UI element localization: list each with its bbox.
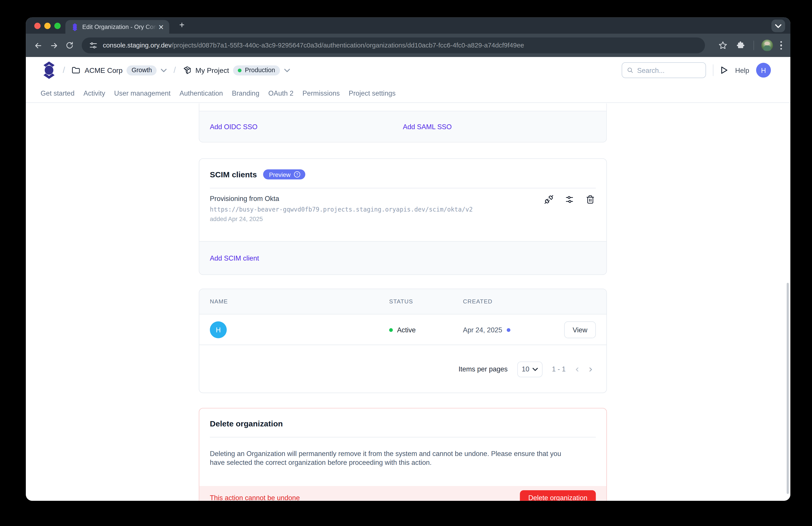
browser-window: Edit Organization - Ory Conso ✕ +	[26, 17, 791, 501]
danger-card-footer: This action cannot be undone Delete orga…	[199, 486, 606, 501]
scim-client-name: Provisioning from Okta	[210, 195, 596, 203]
unplug-icon	[544, 195, 554, 204]
breadcrumb-separator: /	[63, 65, 65, 75]
project-nav: Get started Activity User management Aut…	[26, 84, 791, 103]
scim-settings-button[interactable]	[565, 195, 574, 204]
nav-project-settings[interactable]: Project settings	[349, 89, 395, 97]
row-avatar: H	[210, 321, 227, 338]
workspace-switcher[interactable]: ACME Corp Growth	[72, 65, 166, 75]
browser-tab[interactable]: Edit Organization - Ory Conso ✕	[65, 20, 169, 34]
table-header: NAME STATUS CREATED	[199, 289, 606, 315]
maximize-window-button[interactable]	[54, 23, 61, 29]
question-circle-icon[interactable]: ?	[294, 171, 301, 178]
scim-card-title: SCIM clients	[210, 170, 257, 179]
close-window-button[interactable]	[34, 23, 41, 29]
delete-organization-button[interactable]: Delete organization	[520, 490, 596, 501]
project-switcher[interactable]: My Project Production	[183, 65, 290, 75]
scim-card-footer: Add SCIM client	[199, 241, 606, 274]
scim-connection-button[interactable]	[544, 195, 554, 204]
bookmark-button[interactable]	[717, 40, 728, 51]
scim-client-actions	[544, 195, 595, 204]
reload-icon	[65, 41, 74, 49]
star-icon	[718, 41, 727, 50]
breadcrumb: / ACME Corp Growth /	[42, 61, 290, 79]
ory-console-page: / ACME Corp Growth /	[26, 57, 791, 501]
tab-search-button[interactable]	[771, 19, 785, 32]
scim-delete-button[interactable]	[585, 195, 595, 204]
ory-logo	[42, 61, 56, 79]
back-icon	[33, 41, 43, 50]
toolbar-divider	[753, 41, 754, 50]
minimize-window-button[interactable]	[44, 23, 51, 29]
items-per-page-value: 10	[522, 365, 530, 373]
environment-dot	[238, 68, 242, 72]
previous-page-button[interactable]: ‹	[575, 364, 579, 374]
browser-profile-avatar[interactable]	[761, 40, 773, 51]
workspace-plan-badge: Growth	[127, 65, 157, 75]
tab-strip: Edit Organization - Ory Conso ✕ +	[26, 17, 791, 34]
column-status: STATUS	[389, 298, 413, 304]
ory-favicon	[72, 23, 78, 31]
extensions-button[interactable]	[735, 40, 746, 51]
danger-warning-text: This action cannot be undone	[210, 494, 300, 501]
created-cell: Apr 24, 2025	[463, 314, 511, 345]
puzzle-icon	[736, 41, 745, 50]
page-scrollbar[interactable]	[787, 283, 789, 494]
site-settings-icon[interactable]	[89, 41, 98, 49]
nav-authentication[interactable]: Authentication	[179, 89, 223, 97]
package-icon	[183, 66, 191, 74]
status-dot	[389, 328, 393, 332]
search-box[interactable]	[622, 62, 706, 78]
sso-card-footer: Add OIDC SSO Add SAML SSO	[199, 111, 606, 142]
help-link[interactable]: Help	[735, 66, 749, 74]
chevron-down-icon	[161, 68, 166, 72]
next-page-button[interactable]: ›	[589, 364, 593, 374]
close-tab-icon[interactable]: ✕	[157, 24, 165, 30]
browser-menu-button[interactable]	[780, 41, 782, 50]
nav-activity[interactable]: Activity	[83, 89, 105, 97]
environment-label: Production	[245, 67, 275, 74]
nav-user-management[interactable]: User management	[114, 89, 171, 97]
scim-clients-card: SCIM clients Preview ? Provisioning from…	[199, 158, 607, 275]
folder-icon	[72, 67, 80, 74]
column-name: NAME	[210, 298, 228, 304]
add-oidc-sso-link[interactable]: Add OIDC SSO	[210, 123, 258, 131]
status-cell: Active	[389, 314, 416, 345]
url-text: console.staging.ory.dev/projects/d087b7a…	[103, 42, 524, 49]
preview-badge: Preview ?	[263, 169, 305, 179]
add-scim-client-link[interactable]: Add SCIM client	[210, 254, 259, 262]
chevron-down-icon	[533, 368, 538, 371]
preview-badge-label: Preview	[269, 171, 291, 177]
play-icon[interactable]	[721, 66, 728, 74]
forward-button[interactable]	[49, 41, 58, 50]
nav-get-started[interactable]: Get started	[41, 89, 75, 97]
danger-card-title: Delete organization	[210, 419, 283, 428]
danger-description: Deleting an Organization will permanentl…	[199, 438, 581, 467]
sso-card: Add OIDC SSO Add SAML SSO	[199, 103, 607, 142]
reload-button[interactable]	[65, 41, 74, 50]
svg-text:?: ?	[296, 172, 298, 176]
address-bar[interactable]: console.staging.ory.dev/projects/d087b7a…	[82, 38, 705, 54]
items-per-page-select[interactable]: 10	[517, 361, 542, 377]
nav-branding[interactable]: Branding	[232, 89, 259, 97]
chevron-down-icon	[775, 24, 782, 28]
breadcrumb-separator: /	[174, 65, 176, 75]
nav-oauth2[interactable]: OAuth 2	[268, 89, 293, 97]
forward-icon	[49, 41, 58, 50]
view-button[interactable]: View	[564, 321, 596, 338]
danger-card-header: Delete organization	[199, 409, 606, 437]
main-content: Add OIDC SSO Add SAML SSO SCIM clients P…	[199, 103, 607, 501]
back-button[interactable]	[33, 41, 43, 50]
user-avatar[interactable]: H	[756, 63, 771, 77]
add-saml-sso-link[interactable]: Add SAML SSO	[403, 123, 452, 131]
created-dot	[507, 328, 511, 332]
sliders-icon	[565, 195, 574, 204]
search-input[interactable]	[637, 66, 701, 74]
nav-permissions[interactable]: Permissions	[303, 89, 340, 97]
status-label: Active	[397, 326, 416, 334]
project-name: My Project	[195, 66, 229, 74]
created-date: Apr 24, 2025	[463, 326, 502, 334]
header-divider	[713, 65, 713, 76]
column-created: CREATED	[463, 298, 493, 304]
new-tab-button[interactable]: +	[176, 19, 188, 32]
